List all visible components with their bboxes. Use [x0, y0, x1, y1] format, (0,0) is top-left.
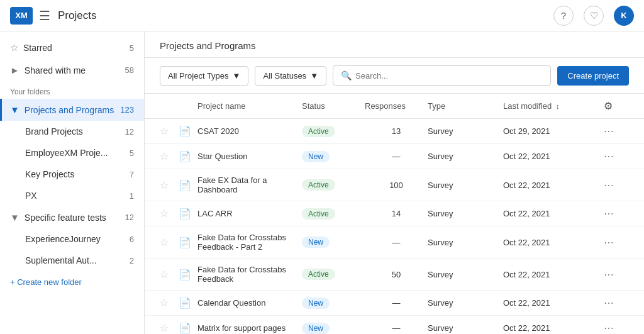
- create-folder-button[interactable]: + Create new folder: [0, 271, 144, 293]
- type-value: Survey: [428, 126, 503, 136]
- active-folder-count: 123: [120, 105, 134, 114]
- doc-icon: 📄: [179, 297, 197, 309]
- responses-value: —: [365, 238, 428, 247]
- subfolder-label: Suplemental Aut...: [25, 255, 97, 265]
- star-icon[interactable]: ☆: [160, 208, 179, 220]
- search-icon: 🔍: [341, 70, 352, 81]
- modified-value: Oct 22, 2021: [503, 181, 604, 190]
- projects-table: Project name Status Responses Type Last …: [145, 94, 644, 334]
- specific-tests-label: Specific feature tests: [25, 213, 106, 223]
- chevron-down-icon: ▼: [10, 212, 19, 223]
- modified-value: Oct 22, 2021: [503, 152, 604, 161]
- type-value: Survey: [428, 209, 503, 218]
- search-box: 🔍: [333, 65, 551, 86]
- subfolder-label: EmployeeXM Proje...: [25, 148, 108, 158]
- col-modified-header: Last modified ↕: [503, 101, 604, 111]
- project-name[interactable]: LAC ARR: [197, 209, 302, 218]
- col-type-header: Type: [428, 101, 503, 111]
- project-name[interactable]: Star Question: [197, 152, 302, 161]
- project-name[interactable]: Fake EX Data for a Dashboard: [197, 175, 302, 194]
- project-name[interactable]: Fake Data for Crosstabs Feedback - Part …: [197, 233, 302, 252]
- subfolder-count: 12: [125, 127, 134, 136]
- top-nav: XM ☰ Projects ? ♡ K: [0, 0, 644, 31]
- responses-value: 50: [365, 270, 428, 279]
- modified-value: Oct 22, 2021: [503, 323, 604, 333]
- col-status-header: Status: [302, 101, 365, 111]
- chevron-down-icon: ▼: [10, 104, 19, 115]
- sidebar-item-experience-journey[interactable]: ExperienceJourney 6: [0, 228, 144, 250]
- col-responses-header: Responses: [365, 101, 428, 111]
- type-value: Survey: [428, 270, 503, 279]
- more-options-icon[interactable]: ⋯: [604, 125, 629, 137]
- subfolder-count: 7: [130, 170, 134, 179]
- sidebar-item-specific-tests[interactable]: ▼ Specific feature tests 12: [0, 206, 144, 228]
- modified-value: Oct 22, 2021: [503, 209, 604, 218]
- more-options-icon[interactable]: ⋯: [604, 322, 629, 334]
- sidebar-item-employeexm[interactable]: EmployeeXM Proje... 5: [0, 142, 144, 164]
- table-row: ☆ 📄 CSAT 2020 Active 13 Survey Oct 29, 2…: [145, 119, 644, 144]
- subfolder-label: Brand Projects: [25, 126, 83, 136]
- project-name[interactable]: Matrix for support pages: [197, 323, 302, 333]
- main-container: ☆ Starred 5 ► Shared with me 58 Your fol…: [0, 31, 644, 334]
- subfolder-count: 2: [130, 256, 134, 265]
- responses-value: 14: [365, 209, 428, 218]
- search-input[interactable]: [355, 71, 543, 81]
- project-name[interactable]: Fake Data for Crosstabs Feedback: [197, 265, 302, 284]
- subfolder-count: 5: [130, 148, 134, 158]
- star-icon[interactable]: ☆: [160, 179, 179, 191]
- star-icon[interactable]: ☆: [160, 125, 179, 137]
- avatar[interactable]: K: [614, 6, 634, 26]
- more-options-icon[interactable]: ⋯: [604, 179, 629, 191]
- status-badge: New: [302, 298, 365, 309]
- chevron-down-icon: ▼: [233, 71, 241, 81]
- star-icon[interactable]: ☆: [160, 150, 179, 162]
- modified-value: Oct 22, 2021: [503, 270, 604, 279]
- bell-icon[interactable]: ♡: [584, 6, 604, 26]
- sidebar-item-projects-programs[interactable]: ▼ Projects and Programs 123: [0, 99, 144, 121]
- project-name[interactable]: CSAT 2020: [197, 126, 302, 136]
- type-value: Survey: [428, 152, 503, 161]
- filter-project-types[interactable]: All Project Types ▼: [160, 66, 248, 86]
- star-icon[interactable]: ☆: [160, 269, 179, 281]
- status-badge: Active: [302, 208, 365, 220]
- col-gear-header[interactable]: ⚙: [604, 100, 629, 112]
- sidebar-item-shared[interactable]: ► Shared with me 58: [0, 59, 144, 81]
- table-row: ☆ 📄 Fake EX Data for a Dashboard Active …: [145, 169, 644, 201]
- table-rows: ☆ 📄 CSAT 2020 Active 13 Survey Oct 29, 2…: [145, 119, 644, 334]
- more-options-icon[interactable]: ⋯: [604, 269, 629, 281]
- create-project-button[interactable]: Create project: [557, 66, 629, 86]
- starred-count: 5: [130, 43, 134, 53]
- modified-value: Oct 22, 2021: [503, 298, 604, 308]
- sidebar-item-brand-projects[interactable]: Brand Projects 12: [0, 121, 144, 142]
- sidebar-item-px[interactable]: PX 1: [0, 185, 144, 206]
- sidebar-item-key-projects[interactable]: Key Projects 7: [0, 164, 144, 185]
- sidebar-item-starred[interactable]: ☆ Starred 5: [0, 36, 144, 59]
- type-value: Survey: [428, 238, 503, 247]
- more-options-icon[interactable]: ⋯: [604, 297, 629, 309]
- help-icon[interactable]: ?: [553, 6, 574, 26]
- responses-value: 100: [365, 181, 428, 190]
- nav-icons: ? ♡ K: [553, 6, 634, 26]
- table-row: ☆ 📄 Matrix for support pages New — Surve…: [145, 316, 644, 334]
- sort-icon[interactable]: ↕: [556, 103, 560, 110]
- more-options-icon[interactable]: ⋯: [604, 150, 629, 162]
- star-icon[interactable]: ☆: [160, 322, 179, 334]
- table-row: ☆ 📄 LAC ARR Active 14 Survey Oct 22, 202…: [145, 201, 644, 226]
- responses-value: —: [365, 152, 428, 161]
- star-icon[interactable]: ☆: [160, 237, 179, 248]
- project-name[interactable]: Calendar Question: [197, 298, 302, 308]
- sidebar: ☆ Starred 5 ► Shared with me 58 Your fol…: [0, 31, 145, 334]
- star-icon[interactable]: ☆: [160, 297, 179, 309]
- table-row: ☆ 📄 Fake Data for Crosstabs Feedback - P…: [145, 226, 644, 259]
- filter-statuses[interactable]: All Statuses ▼: [255, 66, 326, 86]
- filter-types-label: All Project Types: [168, 71, 229, 81]
- hamburger-icon[interactable]: ☰: [39, 8, 50, 23]
- type-value: Survey: [428, 323, 503, 333]
- more-options-icon[interactable]: ⋯: [604, 208, 629, 220]
- status-badge: New: [302, 323, 365, 334]
- more-options-icon[interactable]: ⋯: [604, 237, 629, 248]
- type-value: Survey: [428, 181, 503, 190]
- responses-value: 13: [365, 126, 428, 136]
- sidebar-item-suplemental[interactable]: Suplemental Aut... 2: [0, 250, 144, 271]
- your-folders-label: Your folders: [0, 81, 144, 99]
